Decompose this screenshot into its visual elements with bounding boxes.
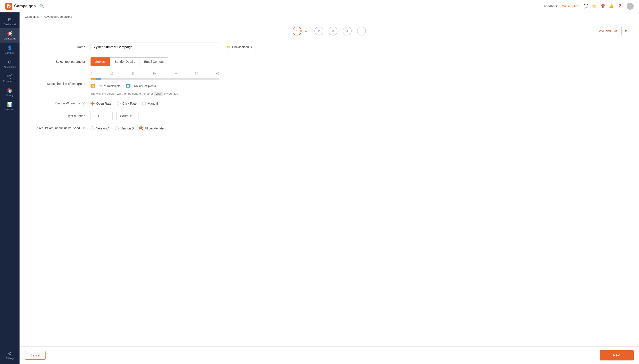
subscription-link[interactable]: Subscription (562, 4, 579, 8)
footer: Cancel Next (20, 346, 639, 364)
sidebar-label-campaigns: Campaigns (4, 37, 16, 40)
top-nav-right: Feedback Subscription 💬 📁 📅 🔔 ❓ (544, 3, 634, 10)
slider-track[interactable] (91, 78, 219, 80)
folder-dropdown-label: Unclassified (232, 45, 249, 49)
inconclusive-version-a[interactable]: Version A (91, 126, 109, 130)
user-avatar[interactable] (626, 3, 634, 10)
main: Campaigns > Advanced Campaigns 1 AB Info… (20, 12, 639, 364)
layout: ⊞ Dashboard 📢 Campaigns 👤 Contacts ⚙ Aut… (0, 12, 639, 364)
settings-icon: ⚙ (8, 351, 12, 356)
winner-radio-group: Open Rate Click Rate Manual (91, 102, 158, 106)
steps-container: 1 AB Info 2 3 4 5 Save and Exit ▼ (29, 26, 630, 36)
test-param-subject[interactable]: Subject (91, 58, 110, 66)
winner-manual[interactable]: Manual (142, 102, 158, 106)
name-field: 📁 Unclassified ▾ (91, 42, 630, 51)
recipient-a: A 2.5% of Recipients (91, 84, 121, 88)
test-param-sender[interactable]: Sender Details (110, 58, 140, 66)
sidebar-label-automation: Automation (4, 66, 16, 68)
save-exit-dropdown-button[interactable]: ▼ (621, 27, 630, 35)
library-icon: 📚 (7, 88, 13, 93)
breadcrumb-campaigns[interactable]: Campaigns (25, 15, 40, 18)
name-row: Name 📁 Unclassified ▾ (29, 42, 630, 51)
feedback-link[interactable]: Feedback (544, 4, 557, 8)
step-4[interactable]: 4 (343, 26, 352, 36)
automation-icon: ⚙ (8, 60, 12, 65)
duration-unit-select[interactable]: Hours ▾ (116, 112, 138, 120)
sidebar-item-settings[interactable]: ⚙ Settings (4, 348, 16, 362)
svg-rect-0 (5, 3, 13, 10)
step-1-group: 1 AB Info (293, 26, 309, 36)
test-group-label: Select the size of test group (29, 82, 91, 86)
calendar-icon[interactable]: 📅 (600, 4, 605, 9)
save-exit-button[interactable]: Save and Exit (593, 27, 621, 35)
top-nav: Campaigns 🔍 Feedback Subscription 💬 📁 📅 … (0, 0, 639, 12)
decide-winner-row: Decide Winner by i Open Rate Click Rate (29, 102, 630, 106)
test-duration-label: Test duration (29, 114, 91, 118)
duration-unit-value: Hours (120, 114, 128, 118)
decide-winner-info-icon[interactable]: i (82, 102, 85, 106)
reports-icon: 📊 (7, 102, 13, 107)
sidebar-label-contacts: Contacts (5, 52, 15, 54)
folder-dropdown-chevron: ▾ (250, 45, 252, 49)
recipient-a-label: 2.5% of Recipients (97, 84, 121, 88)
messages-icon[interactable]: 💬 (583, 4, 588, 9)
inconclusive-label: If results are inconclusive, send i (29, 126, 91, 130)
sidebar-item-contacts[interactable]: 👤 Contacts (0, 42, 20, 57)
recipient-b: B 2.5% of Recipients (126, 84, 156, 88)
decide-winner-field: Open Rate Click Rate Manual (91, 102, 630, 106)
folder-dropdown[interactable]: 📁 Unclassified ▾ (223, 43, 256, 51)
name-input[interactable] (91, 42, 219, 51)
inconclusive-version-b[interactable]: Version B (115, 126, 134, 130)
campaigns-icon: 📢 (7, 31, 13, 36)
breadcrumb: Campaigns > Advanced Campaigns (20, 12, 639, 21)
sidebar-item-dashboard[interactable]: ⊞ Dashboard (0, 14, 20, 28)
sidebar-item-library[interactable]: 📚 Library (0, 85, 20, 99)
sidebar-item-automation[interactable]: ⚙ Automation (0, 57, 20, 71)
sidebar-label-library: Library (6, 94, 14, 97)
contacts-icon: 👤 (7, 45, 13, 50)
nav-icons: 💬 📁 📅 🔔 ❓ (583, 4, 622, 9)
duration-unit-chevron: ▾ (130, 114, 132, 118)
slider-fill-a (91, 78, 96, 80)
slider-fill-b (96, 78, 101, 80)
app-logo: Campaigns (5, 3, 36, 10)
step-2[interactable]: 2 (314, 26, 323, 36)
step-5[interactable]: 5 (357, 26, 366, 36)
sidebar-bottom: ⚙ Settings (4, 348, 16, 362)
inconclusive-field: Version A Version B I'll decide later (91, 126, 630, 130)
sidebar-item-reports[interactable]: 📊 Reports (0, 99, 20, 114)
ecommerce-icon: 🛒 (7, 74, 13, 79)
duration-number-select[interactable]: 1 ▾ (91, 112, 113, 120)
winner-open-rate[interactable]: Open Rate (91, 102, 111, 106)
step-3[interactable]: 3 (329, 26, 338, 36)
inconclusive-info-icon[interactable]: i (82, 127, 85, 130)
content-area: 1 AB Info 2 3 4 5 Save and Exit ▼ Name (20, 21, 639, 346)
test-group-row: Select the size of test group 0 10 20 30… (29, 72, 630, 95)
test-duration-row: Test duration 1 ▾ Hours ▾ (29, 112, 630, 120)
inconclusive-decide-later[interactable]: I'll decide later (139, 126, 165, 130)
test-param-email-content[interactable]: Email Content (140, 58, 168, 66)
recipient-b-label: 2.5% of Recipients (132, 84, 156, 88)
duration-number-value: 1 (94, 114, 96, 118)
inconclusive-radio-group: Version A Version B I'll decide later (91, 126, 165, 130)
winning-percent: 95% (154, 92, 163, 96)
winner-click-rate[interactable]: Click Rate (117, 102, 137, 106)
step-1-label: AB Info (300, 30, 309, 33)
test-param-field: Subject Sender Details Email Content (91, 58, 630, 66)
logo-icon (5, 3, 13, 10)
help-icon[interactable]: ❓ (617, 4, 622, 9)
search-icon[interactable]: 🔍 (39, 4, 44, 9)
duration-selects: 1 ▾ Hours ▾ (91, 112, 138, 120)
decide-winner-label: Decide Winner by i (29, 102, 91, 106)
sidebar-item-campaigns[interactable]: 📢 Campaigns (0, 28, 20, 42)
save-exit-container: Save and Exit ▼ (593, 27, 630, 35)
cancel-button[interactable]: Cancel (25, 351, 46, 360)
slider-recipients: A 2.5% of Recipients B 2.5% of Recipient… (91, 84, 156, 88)
sidebar-label-settings: Settings (5, 357, 14, 360)
test-param-label: Select test parameter (29, 60, 91, 64)
sidebar-item-ecommerce[interactable]: 🛒 Ecommerce (0, 71, 20, 85)
folder-icon[interactable]: 📁 (592, 4, 597, 9)
duration-number-chevron: ▾ (98, 114, 99, 118)
next-button[interactable]: Next (600, 350, 634, 360)
bell-icon[interactable]: 🔔 (609, 4, 614, 9)
